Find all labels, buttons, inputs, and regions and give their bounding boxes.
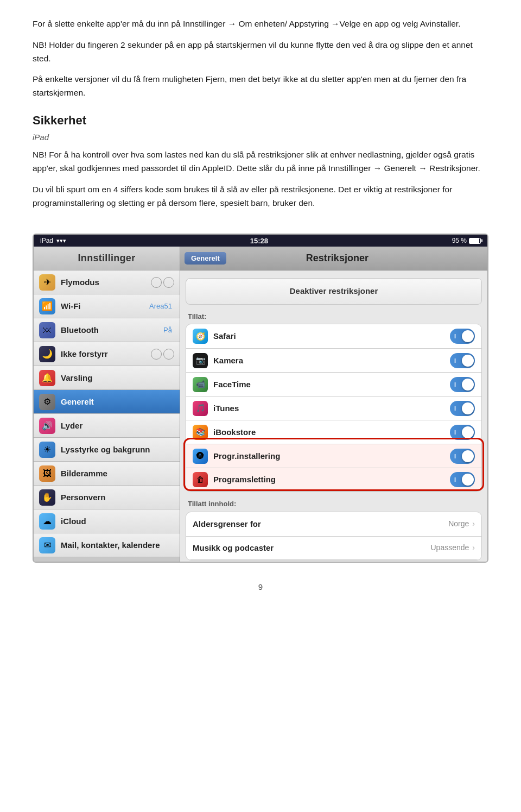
nav-row-aldersgrenser[interactable]: Aldersgrenser for Norge › <box>186 512 481 536</box>
flymodus-toggle[interactable] <box>151 277 174 288</box>
page-number: 9 <box>0 574 521 599</box>
sidebar-item-wifi[interactable]: 📶 Wi-Fi Area51 <box>34 294 180 318</box>
safari-label: Safari <box>213 330 450 343</box>
battery-icon <box>469 238 481 244</box>
ibooks-label: iBookstore <box>213 426 450 439</box>
paragraph-5: Du vil bli spurt om en 4 siffers kode so… <box>33 183 488 210</box>
ipad-body: Innstillinger ✈ Flymodus 📶 Wi-Fi Area51 … <box>34 247 487 562</box>
ibooks-icon: 📚 <box>193 425 208 440</box>
mail-icon: ✉ <box>39 537 55 553</box>
prog-delete-toggle[interactable]: I <box>450 472 475 487</box>
facetime-toggle-knob <box>462 379 474 391</box>
sounds-icon: 🔊 <box>39 418 55 434</box>
circle-empty-1 <box>151 277 162 288</box>
sidebar-title: Innstillinger <box>34 247 180 270</box>
nav-bar: Generelt Restriksjoner <box>180 247 487 270</box>
ipad-screenshot: iPad ▾▾▾ 15:28 95 % Innstillinger ✈ Flym… <box>33 234 488 563</box>
generelt-label: Generelt <box>61 396 174 408</box>
privacy-icon: ✋ <box>39 489 55 506</box>
sidebar-item-personvern[interactable]: ✋ Personvern <box>34 486 180 509</box>
delete-icon: 🗑 <box>193 472 208 487</box>
aldersgrenser-label: Aldersgrenser for <box>193 518 448 531</box>
personvern-label: Personvern <box>61 492 174 504</box>
nav-row-musikk[interactable]: Musikk og podcaster Upassende › <box>186 536 481 560</box>
status-bar: iPad ▾▾▾ 15:28 95 % <box>34 235 487 247</box>
safari-toggle[interactable]: I <box>450 329 475 344</box>
bluetooth-value: På <box>163 325 172 336</box>
dnd-toggle[interactable] <box>151 349 174 360</box>
subtitle-ipad: iPad <box>33 131 488 144</box>
icloud-label: iCloud <box>61 515 174 528</box>
lyder-label: Lyder <box>61 420 174 432</box>
wifi-value: Area51 <box>149 301 172 312</box>
battery-percent: 95 % <box>452 236 467 246</box>
sidebar-item-lyder[interactable]: 🔊 Lyder <box>34 414 180 438</box>
ipad-label: iPad <box>40 236 53 246</box>
status-bar-right: 95 % <box>452 236 481 246</box>
dnd-circle-1 <box>151 349 162 360</box>
restriction-item-safari[interactable]: 🧭 Safari I <box>186 324 481 348</box>
chevron-icon-1: › <box>472 518 475 530</box>
panel-content: Deaktiver restriksjoner Tillat: 🧭 Safari… <box>180 270 487 562</box>
status-bar-left: iPad ▾▾▾ <box>40 236 66 246</box>
airplane-icon: ✈ <box>39 274 55 291</box>
restriction-item-itunes[interactable]: 🎵 iTunes I <box>186 396 481 420</box>
musikk-value: Upassende <box>431 542 469 553</box>
facetime-toggle[interactable]: I <box>450 377 475 392</box>
paragraph-4: NB! For å ha kontroll over hva som laste… <box>33 148 488 175</box>
prog-install-toggle[interactable]: I <box>450 449 475 464</box>
deactivate-restrictions-button[interactable]: Deaktiver restriksjoner <box>186 278 482 305</box>
appstore-icon: 🅐 <box>193 449 208 464</box>
sidebar: Innstillinger ✈ Flymodus 📶 Wi-Fi Area51 … <box>34 247 180 562</box>
kamera-toggle[interactable]: I <box>450 353 475 368</box>
notification-icon: 🔔 <box>39 370 55 386</box>
restriction-item-kamera[interactable]: 📷 Kamera I <box>186 348 481 372</box>
facetime-icon: 📹 <box>193 377 208 392</box>
sidebar-item-varsling[interactable]: 🔔 Varsling <box>34 366 180 390</box>
sidebar-item-mail[interactable]: ✉ Mail, kontakter, kalendere <box>34 533 180 557</box>
right-panel: Generelt Restriksjoner Deaktiver restrik… <box>180 247 487 562</box>
paragraph-3: På enkelte versjoner vil du få frem muli… <box>33 73 488 100</box>
mail-label: Mail, kontakter, kalendere <box>61 539 174 552</box>
picture-icon: 🖼 <box>39 465 55 482</box>
restrictions-group: 🧭 Safari I 📷 Kamera I <box>186 324 482 492</box>
sidebar-item-bluetooth[interactable]: ⯵ Bluetooth På <box>34 318 180 342</box>
general-icon: ⚙ <box>39 394 55 410</box>
ibooks-toggle[interactable]: I <box>450 425 475 440</box>
back-button[interactable]: Generelt <box>185 252 226 265</box>
text-content: For å slette enkelte app'er må du inn på… <box>0 0 521 228</box>
restriction-item-prog-install[interactable]: 🅐 Progr.installering I <box>186 444 481 468</box>
bluetooth-icon: ⯵ <box>39 322 55 338</box>
facetime-label: FaceTime <box>213 379 450 391</box>
sidebar-item-icloud[interactable]: ☁ iCloud <box>34 509 180 533</box>
restrictions-group-wrapper: 🧭 Safari I 📷 Kamera I <box>180 324 487 492</box>
wifi-icon: ▾▾▾ <box>56 236 66 246</box>
panel-title: Restriksjoner <box>231 251 444 266</box>
itunes-icon: 🎵 <box>193 401 208 416</box>
sidebar-item-bilderamme[interactable]: 🖼 Bilderamme <box>34 462 180 486</box>
restriction-item-prog-delete[interactable]: 🗑 Programsletting I <box>186 468 481 492</box>
sidebar-item-flymodus[interactable]: ✈ Flymodus <box>34 270 180 294</box>
sidebar-item-generelt[interactable]: ⚙ Generelt <box>34 390 180 414</box>
brightness-icon: ☀ <box>39 442 55 458</box>
kamera-toggle-knob <box>462 355 474 367</box>
restriction-item-facetime[interactable]: 📹 FaceTime I <box>186 372 481 396</box>
musikk-label: Musikk og podcaster <box>193 542 431 555</box>
paragraph-1: For å slette enkelte app'er må du inn på… <box>33 17 488 31</box>
wifi-label: Wi-Fi <box>61 300 149 313</box>
nav-rows-group: Aldersgrenser for Norge › Musikk og podc… <box>186 512 482 561</box>
itunes-label: iTunes <box>213 402 450 415</box>
itunes-toggle[interactable]: I <box>450 401 475 416</box>
sidebar-item-dnd[interactable]: 🌙 Ikke forstyrr <box>34 342 180 366</box>
safari-icon: 🧭 <box>193 329 208 344</box>
kamera-label: Kamera <box>213 355 450 367</box>
paragraph-2: NB! Holder du fingeren 2 sekunder på en … <box>33 39 488 66</box>
tillat-section-label: Tillat: <box>180 308 487 324</box>
bluetooth-label: Bluetooth <box>61 324 163 337</box>
icloud-icon: ☁ <box>39 513 55 530</box>
sidebar-item-lysstyrke[interactable]: ☀ Lysstyrke og bakgrunn <box>34 438 180 462</box>
itunes-toggle-knob <box>462 402 474 414</box>
varsling-label: Varsling <box>61 372 174 385</box>
prog-delete-label: Programsletting <box>213 474 450 486</box>
restriction-item-ibooks[interactable]: 📚 iBookstore I <box>186 420 481 444</box>
